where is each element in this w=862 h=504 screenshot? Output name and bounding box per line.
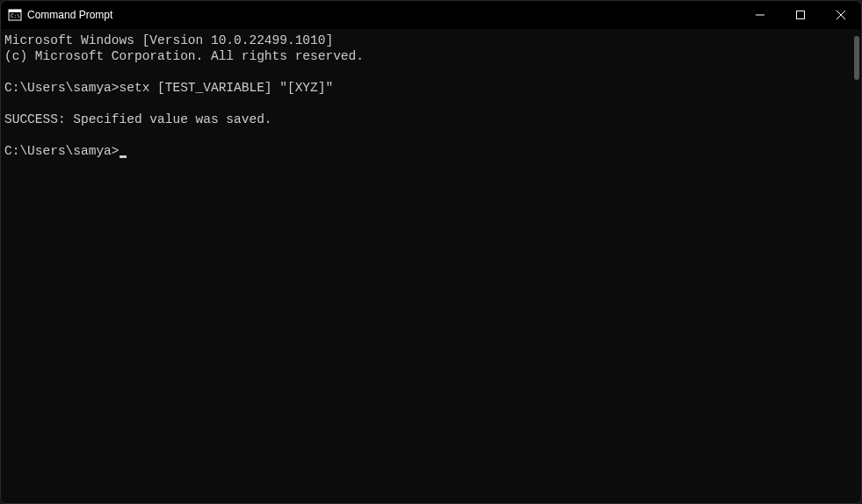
titlebar-left: C:\ Command Prompt: [8, 8, 112, 22]
scrollbar-track[interactable]: [851, 32, 861, 503]
command-prompt-window: C:\ Command Prompt: [0, 0, 862, 504]
window-controls: [740, 1, 861, 29]
titlebar[interactable]: C:\ Command Prompt: [1, 1, 861, 29]
svg-text:C:\: C:\: [11, 12, 20, 18]
minimize-button[interactable]: [740, 1, 780, 29]
output-line: (c) Microsoft Corporation. All rights re…: [4, 49, 364, 63]
cmd-icon: C:\: [8, 8, 22, 22]
scrollbar-thumb[interactable]: [854, 36, 859, 80]
output-line: SUCCESS: Specified value was saved.: [4, 112, 272, 126]
cursor: [120, 155, 127, 158]
maximize-icon: [796, 11, 805, 19]
maximize-button[interactable]: [780, 1, 821, 29]
svg-rect-4: [797, 11, 805, 19]
terminal-output: Microsoft Windows [Version 10.0.22499.10…: [4, 32, 851, 159]
minimize-icon: [756, 11, 764, 19]
terminal-body[interactable]: Microsoft Windows [Version 10.0.22499.10…: [1, 29, 861, 503]
output-line: Microsoft Windows [Version 10.0.22499.10…: [4, 33, 333, 47]
prompt-line: C:\Users\samya>: [4, 144, 120, 158]
close-button[interactable]: [821, 1, 861, 29]
output-line: C:\Users\samya>setx [TEST_VARIABLE] "[XY…: [4, 81, 333, 95]
close-icon: [837, 11, 845, 19]
window-title: Command Prompt: [27, 9, 112, 21]
